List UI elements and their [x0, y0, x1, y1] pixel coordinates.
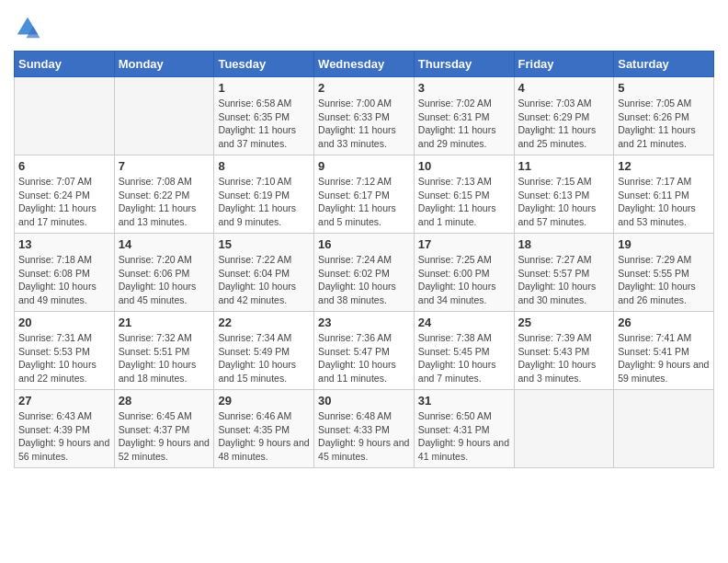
- day-number: 17: [418, 237, 510, 251]
- calendar-cell: 11Sunrise: 7:15 AM Sunset: 6:13 PM Dayli…: [514, 155, 614, 234]
- calendar-cell: 26Sunrise: 7:41 AM Sunset: 5:41 PM Dayli…: [614, 312, 714, 390]
- day-info: Sunrise: 7:08 AM Sunset: 6:22 PM Dayligh…: [119, 175, 210, 229]
- day-number: 18: [518, 237, 610, 251]
- day-number: 26: [618, 316, 710, 329]
- day-number: 25: [518, 316, 610, 329]
- week-row-3: 13Sunrise: 7:18 AM Sunset: 6:08 PM Dayli…: [15, 234, 714, 312]
- calendar-cell: 23Sunrise: 7:36 AM Sunset: 5:47 PM Dayli…: [314, 312, 415, 390]
- day-info: Sunrise: 7:25 AM Sunset: 6:00 PM Dayligh…: [418, 253, 510, 307]
- day-info: Sunrise: 6:58 AM Sunset: 6:35 PM Dayligh…: [218, 97, 310, 151]
- calendar-cell: 15Sunrise: 7:22 AM Sunset: 6:04 PM Dayli…: [214, 234, 314, 312]
- calendar-cell: 29Sunrise: 6:46 AM Sunset: 4:35 PM Dayli…: [214, 390, 314, 468]
- day-info: Sunrise: 7:13 AM Sunset: 6:15 PM Dayligh…: [418, 175, 510, 229]
- day-number: 4: [518, 81, 610, 95]
- day-info: Sunrise: 7:05 AM Sunset: 6:26 PM Dayligh…: [618, 97, 710, 151]
- day-number: 29: [218, 394, 310, 408]
- day-info: Sunrise: 7:41 AM Sunset: 5:41 PM Dayligh…: [618, 331, 710, 385]
- day-number: 11: [518, 159, 610, 173]
- column-header-saturday: Saturday: [614, 52, 714, 77]
- week-row-4: 20Sunrise: 7:31 AM Sunset: 5:53 PM Dayli…: [15, 312, 714, 390]
- calendar-cell: 20Sunrise: 7:31 AM Sunset: 5:53 PM Dayli…: [15, 312, 115, 390]
- header-row: SundayMondayTuesdayWednesdayThursdayFrid…: [15, 52, 714, 77]
- calendar-cell: 22Sunrise: 7:34 AM Sunset: 5:49 PM Dayli…: [214, 312, 314, 390]
- day-number: 30: [318, 394, 410, 408]
- column-header-thursday: Thursday: [414, 52, 514, 77]
- day-info: Sunrise: 7:03 AM Sunset: 6:29 PM Dayligh…: [518, 97, 610, 151]
- day-number: 13: [18, 237, 110, 251]
- calendar-cell: 17Sunrise: 7:25 AM Sunset: 6:00 PM Dayli…: [414, 234, 514, 312]
- calendar-cell: [614, 390, 714, 468]
- day-info: Sunrise: 7:07 AM Sunset: 6:24 PM Dayligh…: [18, 175, 110, 229]
- day-number: 21: [119, 316, 210, 329]
- calendar-cell: 8Sunrise: 7:10 AM Sunset: 6:19 PM Daylig…: [214, 155, 314, 234]
- day-info: Sunrise: 7:24 AM Sunset: 6:02 PM Dayligh…: [318, 253, 410, 307]
- column-header-wednesday: Wednesday: [314, 52, 415, 77]
- day-info: Sunrise: 7:12 AM Sunset: 6:17 PM Dayligh…: [318, 175, 410, 229]
- calendar-cell: 18Sunrise: 7:27 AM Sunset: 5:57 PM Dayli…: [514, 234, 614, 312]
- calendar-cell: [514, 390, 614, 468]
- calendar-cell: 7Sunrise: 7:08 AM Sunset: 6:22 PM Daylig…: [114, 155, 214, 234]
- day-number: 28: [119, 394, 210, 408]
- calendar-cell: 4Sunrise: 7:03 AM Sunset: 6:29 PM Daylig…: [514, 77, 614, 155]
- day-info: Sunrise: 6:48 AM Sunset: 4:33 PM Dayligh…: [318, 409, 410, 464]
- column-header-monday: Monday: [114, 52, 214, 77]
- logo: [14, 14, 43, 41]
- day-number: 1: [218, 81, 310, 95]
- day-number: 7: [119, 159, 210, 173]
- day-number: 31: [418, 394, 510, 408]
- calendar-cell: 5Sunrise: 7:05 AM Sunset: 6:26 PM Daylig…: [614, 77, 714, 155]
- column-header-tuesday: Tuesday: [214, 52, 314, 77]
- day-number: 23: [318, 316, 410, 329]
- day-number: 6: [18, 159, 110, 173]
- day-number: 2: [318, 81, 410, 95]
- day-info: Sunrise: 7:02 AM Sunset: 6:31 PM Dayligh…: [418, 97, 510, 151]
- calendar-cell: 27Sunrise: 6:43 AM Sunset: 4:39 PM Dayli…: [15, 390, 115, 468]
- day-number: 20: [18, 316, 110, 329]
- calendar-cell: 16Sunrise: 7:24 AM Sunset: 6:02 PM Dayli…: [314, 234, 415, 312]
- page-header: [14, 14, 714, 41]
- day-info: Sunrise: 6:46 AM Sunset: 4:35 PM Dayligh…: [218, 409, 310, 464]
- column-header-sunday: Sunday: [15, 52, 115, 77]
- week-row-1: 1Sunrise: 6:58 AM Sunset: 6:35 PM Daylig…: [15, 77, 714, 155]
- calendar-cell: 6Sunrise: 7:07 AM Sunset: 6:24 PM Daylig…: [15, 155, 115, 234]
- calendar-cell: 9Sunrise: 7:12 AM Sunset: 6:17 PM Daylig…: [314, 155, 415, 234]
- day-number: 9: [318, 159, 410, 173]
- calendar-cell: 31Sunrise: 6:50 AM Sunset: 4:31 PM Dayli…: [414, 390, 514, 468]
- day-info: Sunrise: 7:32 AM Sunset: 5:51 PM Dayligh…: [119, 331, 210, 385]
- day-number: 16: [318, 237, 410, 251]
- calendar-cell: 10Sunrise: 7:13 AM Sunset: 6:15 PM Dayli…: [414, 155, 514, 234]
- day-number: 8: [218, 159, 310, 173]
- day-number: 15: [218, 237, 310, 251]
- day-number: 24: [418, 316, 510, 329]
- day-info: Sunrise: 7:31 AM Sunset: 5:53 PM Dayligh…: [18, 331, 110, 385]
- day-number: 19: [618, 237, 710, 251]
- day-info: Sunrise: 7:27 AM Sunset: 5:57 PM Dayligh…: [518, 253, 610, 307]
- day-info: Sunrise: 7:17 AM Sunset: 6:11 PM Dayligh…: [618, 175, 710, 229]
- day-info: Sunrise: 6:43 AM Sunset: 4:39 PM Dayligh…: [18, 409, 110, 464]
- week-row-5: 27Sunrise: 6:43 AM Sunset: 4:39 PM Dayli…: [15, 390, 714, 468]
- calendar-cell: 12Sunrise: 7:17 AM Sunset: 6:11 PM Dayli…: [614, 155, 714, 234]
- day-info: Sunrise: 7:29 AM Sunset: 5:55 PM Dayligh…: [618, 253, 710, 307]
- calendar-table: SundayMondayTuesdayWednesdayThursdayFrid…: [14, 51, 714, 468]
- day-info: Sunrise: 6:45 AM Sunset: 4:37 PM Dayligh…: [119, 409, 210, 464]
- day-number: 14: [119, 237, 210, 251]
- day-number: 5: [618, 81, 710, 95]
- day-info: Sunrise: 7:39 AM Sunset: 5:43 PM Dayligh…: [518, 331, 610, 385]
- calendar-cell: 1Sunrise: 6:58 AM Sunset: 6:35 PM Daylig…: [214, 77, 314, 155]
- day-info: Sunrise: 7:10 AM Sunset: 6:19 PM Dayligh…: [218, 175, 310, 229]
- calendar-cell: 2Sunrise: 7:00 AM Sunset: 6:33 PM Daylig…: [314, 77, 415, 155]
- day-info: Sunrise: 7:34 AM Sunset: 5:49 PM Dayligh…: [218, 331, 310, 385]
- calendar-cell: [15, 77, 115, 155]
- day-number: 12: [618, 159, 710, 173]
- column-header-friday: Friday: [514, 52, 614, 77]
- calendar-cell: 3Sunrise: 7:02 AM Sunset: 6:31 PM Daylig…: [414, 77, 514, 155]
- calendar-cell: 21Sunrise: 7:32 AM Sunset: 5:51 PM Dayli…: [114, 312, 214, 390]
- day-info: Sunrise: 7:22 AM Sunset: 6:04 PM Dayligh…: [218, 253, 310, 307]
- calendar-cell: 13Sunrise: 7:18 AM Sunset: 6:08 PM Dayli…: [15, 234, 115, 312]
- calendar-cell: 14Sunrise: 7:20 AM Sunset: 6:06 PM Dayli…: [114, 234, 214, 312]
- calendar-cell: 28Sunrise: 6:45 AM Sunset: 4:37 PM Dayli…: [114, 390, 214, 468]
- day-info: Sunrise: 6:50 AM Sunset: 4:31 PM Dayligh…: [418, 409, 510, 464]
- day-number: 3: [418, 81, 510, 95]
- day-info: Sunrise: 7:36 AM Sunset: 5:47 PM Dayligh…: [318, 331, 410, 385]
- calendar-cell: 19Sunrise: 7:29 AM Sunset: 5:55 PM Dayli…: [614, 234, 714, 312]
